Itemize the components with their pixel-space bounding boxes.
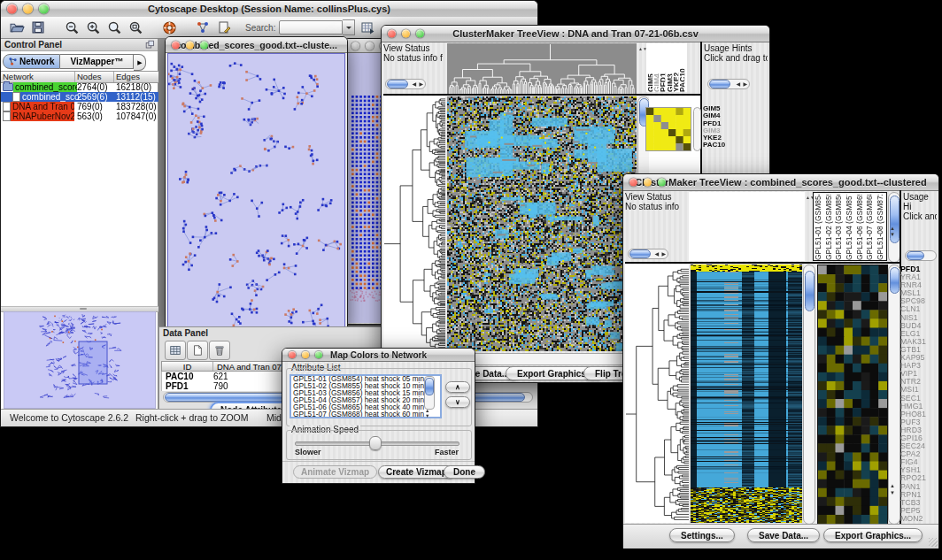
- scroll-arrow-buttons[interactable]: ▲ ▼: [890, 226, 895, 238]
- row-dendrogram-canvas[interactable]: [383, 96, 445, 351]
- scroll-thumb[interactable]: [890, 267, 900, 294]
- zoom-in-icon[interactable]: [84, 19, 102, 36]
- scroll-thumb[interactable]: [805, 271, 815, 311]
- col-nodes[interactable]: Nodes: [75, 72, 114, 82]
- close-icon[interactable]: [388, 30, 396, 38]
- scroll-thumb[interactable]: [425, 378, 434, 395]
- open-session-button[interactable]: [8, 19, 26, 36]
- network-list-row[interactable]: RNAPuberNov2+| 563(0) 107847(0): [1, 111, 158, 121]
- column-dendrogram-canvas[interactable]: [447, 43, 637, 94]
- zoom-window-icon[interactable]: [416, 30, 424, 38]
- column-dendrogram-area[interactable]: [689, 192, 805, 261]
- scroll-thumb[interactable]: [629, 249, 651, 258]
- network-list-row[interactable]: combined_sco 2569(6) 13112(15): [1, 92, 158, 102]
- new-attribute-icon[interactable]: [187, 341, 208, 360]
- right-arrow-icon[interactable]: ▶: [419, 81, 423, 87]
- down-arrow-icon[interactable]: ▼: [890, 489, 895, 496]
- usage-hints-scrollbar[interactable]: ◀ ▶: [707, 79, 750, 89]
- left-arrow-icon[interactable]: ◀: [736, 81, 740, 87]
- close-icon[interactable]: [7, 4, 17, 14]
- float-panel-icon[interactable]: [145, 40, 155, 53]
- view-status-scrollbar[interactable]: ◀ ▶: [385, 79, 426, 89]
- up-arrow-icon[interactable]: ▲: [890, 226, 895, 232]
- col-edges[interactable]: Edges: [114, 72, 157, 82]
- done-button[interactable]: Done: [444, 465, 485, 479]
- col-network[interactable]: Network: [1, 72, 75, 82]
- scroll-thumb[interactable]: [387, 80, 408, 88]
- overview-canvas[interactable]: [4, 312, 153, 406]
- treeview-action-button[interactable]: Save Data...: [747, 528, 820, 542]
- col-id[interactable]: ID: [162, 362, 213, 371]
- down-arrow-icon[interactable]: ▼: [425, 414, 429, 419]
- close-icon[interactable]: [172, 41, 180, 49]
- scroll-arrow-buttons[interactable]: ▲ ▼: [425, 409, 429, 418]
- left-arrow-icon[interactable]: ◀: [412, 81, 416, 87]
- attribute-select-icon[interactable]: [165, 341, 186, 360]
- tv1-titlebar[interactable]: ClusterMaker TreeView : DNA and Tran 07-…: [382, 26, 769, 42]
- zoom-fit-icon[interactable]: [127, 19, 144, 36]
- close-icon[interactable]: [629, 179, 637, 187]
- zoom-vscrollbar[interactable]: [693, 107, 701, 151]
- right-arrow-icon[interactable]: ▶: [661, 251, 666, 257]
- gene-name[interactable]: PAC10: [703, 142, 725, 149]
- zoom-heatmap-canvas[interactable]: [817, 265, 888, 525]
- zoom-heatmap-canvas[interactable]: [645, 107, 691, 151]
- close-icon[interactable]: [351, 42, 359, 50]
- close-icon[interactable]: [289, 351, 296, 358]
- attribute-list-item[interactable]: GPL51-07 (GSM868) heat shock 60 min: [291, 411, 440, 418]
- zoom-window-icon[interactable]: [658, 179, 666, 187]
- global-heatmap-canvas[interactable]: [691, 265, 802, 523]
- zoom-window-icon[interactable]: [315, 351, 322, 358]
- scroll-thumb[interactable]: [907, 251, 924, 260]
- network-canvas[interactable]: [167, 53, 345, 329]
- search-input[interactable]: [279, 20, 343, 35]
- gene-name[interactable]: MON2: [900, 515, 926, 523]
- global-vscrollbar[interactable]: [803, 265, 815, 525]
- minimize-icon[interactable]: [402, 30, 410, 38]
- animate-vizmap-button[interactable]: Animate Vizmap: [293, 465, 377, 479]
- network-list-row[interactable]: combined_scores 2764(0) 16218(0): [1, 82, 158, 92]
- minimize-icon[interactable]: [23, 4, 33, 14]
- zoom-window-icon[interactable]: [200, 41, 208, 49]
- zoom-out-icon[interactable]: [63, 19, 81, 36]
- tab-network[interactable]: Network: [3, 54, 60, 69]
- usage-hints-scrollbar[interactable]: [905, 250, 937, 261]
- move-down-button[interactable]: ∨: [445, 396, 470, 408]
- attribute-list-scrollbar[interactable]: [424, 376, 435, 410]
- down-arrow-icon[interactable]: ▼: [890, 232, 895, 238]
- right-arrow-icon[interactable]: ▶: [743, 81, 747, 87]
- scroll-thumb[interactable]: [709, 80, 730, 88]
- up-arrow-icon[interactable]: ▲: [890, 482, 895, 489]
- tab-overflow-arrow[interactable]: ▶: [134, 54, 146, 71]
- help-lifering-icon[interactable]: [160, 19, 178, 36]
- tab-vizmapper[interactable]: VizMapper™: [60, 54, 134, 69]
- search-dropdown-arrow[interactable]: [343, 19, 355, 35]
- delete-attribute-trash-icon[interactable]: [209, 341, 230, 360]
- new-network-icon[interactable]: [194, 19, 212, 36]
- view-status-scrollbar[interactable]: ◀ ▶: [628, 249, 668, 259]
- zoom-window-icon[interactable]: [39, 4, 49, 14]
- birdseye-overview[interactable]: [4, 311, 156, 409]
- global-heatmap-canvas[interactable]: [447, 96, 637, 351]
- attribute-listbox[interactable]: GPL51-01 (GSM854) heat shock 05 minGPL51…: [290, 374, 442, 418]
- annotation-icon[interactable]: [215, 19, 233, 36]
- resize-grip[interactable]: [929, 538, 938, 547]
- move-up-button[interactable]: ∧: [445, 381, 470, 393]
- speed-slider-thumb[interactable]: [369, 436, 382, 450]
- row-dendrogram-canvas[interactable]: [625, 265, 689, 523]
- treeview-action-button[interactable]: Export Graphics...: [823, 528, 923, 542]
- import-table-icon[interactable]: [359, 19, 376, 36]
- minimize-icon[interactable]: [186, 41, 194, 49]
- treeview-action-button[interactable]: Settings...: [669, 528, 735, 542]
- network-list-row[interactable]: DNA and Tran 07 769(0) 183728(0): [1, 102, 158, 111]
- zoom-selected-icon[interactable]: [105, 19, 123, 36]
- save-session-button[interactable]: [29, 19, 47, 36]
- minimize-icon[interactable]: [644, 179, 652, 187]
- minimize-icon[interactable]: [366, 42, 374, 50]
- scroll-arrow-buttons[interactable]: ▲ ▼: [890, 482, 895, 496]
- main-titlebar[interactable]: Cytoscape Desktop (Session Name: collins…: [1, 1, 537, 18]
- net1-titlebar[interactable]: combined_scores_good.txt--cluste...: [166, 37, 347, 53]
- minimize-icon[interactable]: [302, 351, 309, 358]
- dialog-titlebar[interactable]: Map Colors to Network: [282, 349, 475, 362]
- tv2-titlebar[interactable]: ClusterMaker TreeView : combined_scores_…: [623, 174, 938, 191]
